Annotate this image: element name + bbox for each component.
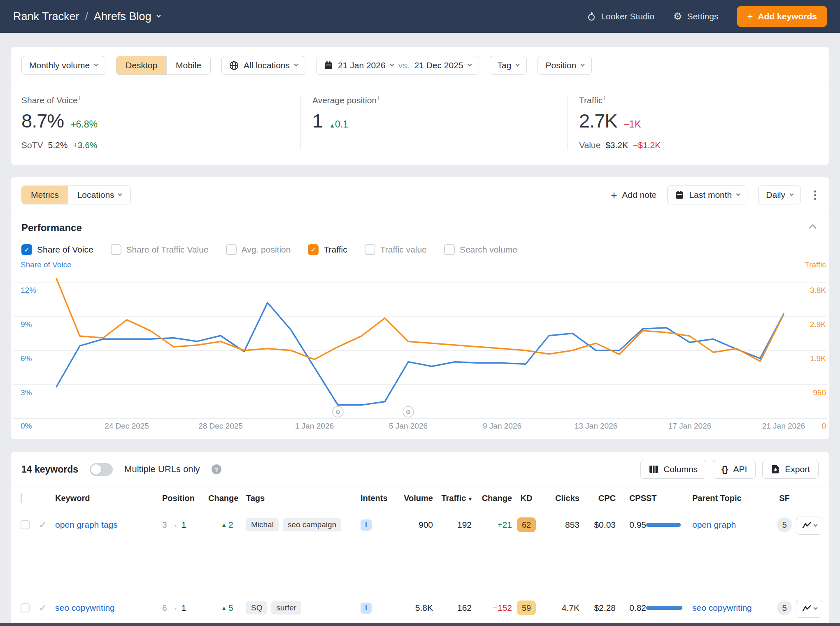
cpc-cell: $0.03 <box>579 517 616 533</box>
tag-pill[interactable]: seo campaign <box>283 518 341 531</box>
column-header-position[interactable]: Position <box>162 494 208 503</box>
serp-features-badge[interactable]: 5 <box>777 517 792 532</box>
tab-metrics[interactable]: Metrics <box>22 186 68 204</box>
volume-cell: 5.8K <box>395 600 433 616</box>
serp-features-badge[interactable]: 5 <box>777 600 792 615</box>
position-filter[interactable]: Position <box>538 56 592 75</box>
tab-locations[interactable]: Locations <box>68 186 130 204</box>
column-header-clicks[interactable]: Clicks <box>541 494 579 503</box>
metric-check-traffic-value[interactable]: Traffic value <box>365 244 427 255</box>
calendar-icon <box>324 61 333 70</box>
tag-pill[interactable]: Michal <box>246 518 279 531</box>
locations-filter[interactable]: All locations <box>221 56 305 75</box>
parent-topic-link[interactable]: open graph <box>692 520 736 530</box>
row-checkbox[interactable] <box>21 603 30 612</box>
metric-checkbox[interactable] <box>365 244 375 255</box>
metric-checkbox[interactable]: ✓ <box>308 244 319 255</box>
parent-topic-link[interactable]: seo copywriting <box>692 603 752 613</box>
keyword-link[interactable]: open graph tags <box>55 520 118 530</box>
breadcrumb-project[interactable]: Ahrefs Blog <box>94 10 151 23</box>
top-header-bar: Rank Tracker / Ahrefs Blog Looker Studio… <box>0 0 840 33</box>
column-header-change[interactable]: Change <box>208 494 246 503</box>
breadcrumb-separator: / <box>85 10 88 23</box>
x-axis-tick: 1 Jan 2026 <box>295 422 334 430</box>
column-header-traffic[interactable]: Traffic▾ <box>433 494 472 503</box>
keyword-chart-button[interactable] <box>796 517 822 535</box>
select-all-checkbox[interactable] <box>21 493 22 503</box>
locations-label: All locations <box>244 60 290 70</box>
up-triangle-icon: ▲ <box>221 522 227 528</box>
column-header-cps[interactable]: CPS <box>616 494 646 503</box>
up-triangle-icon: ▲ <box>221 605 227 611</box>
metric-check-avg-position[interactable]: Avg. position <box>226 244 291 255</box>
metric-check-label: Share of Traffic Value <box>126 245 209 255</box>
columns-button[interactable]: Columns <box>640 460 706 479</box>
series-line-traffic[interactable] <box>56 278 784 361</box>
column-header-tags[interactable]: Tags <box>246 494 361 503</box>
column-header-intents[interactable]: Intents <box>361 494 395 503</box>
metric-checkbox[interactable] <box>226 244 237 255</box>
metrics-locations-tabs: Metrics Locations <box>21 185 131 204</box>
looker-studio-link[interactable]: Looker Studio <box>587 12 654 21</box>
average-position-stat-label: Average positioni <box>312 95 556 105</box>
column-header-volume[interactable]: Volume <box>395 494 433 503</box>
device-option-desktop[interactable]: Desktop <box>116 56 166 74</box>
volume-mode-label: Monthly volume <box>29 60 90 70</box>
add-note-button[interactable]: + Add note <box>611 190 656 200</box>
metric-check-traffic[interactable]: ✓Traffic <box>308 244 347 255</box>
tag-filter[interactable]: Tag <box>490 56 527 75</box>
intent-badge[interactable]: I <box>361 519 372 531</box>
metric-check-share-of-traffic-value[interactable]: Share of Traffic Value <box>111 244 209 255</box>
multiple-urls-toggle[interactable] <box>90 463 113 476</box>
metric-checkbox[interactable] <box>444 244 455 255</box>
metric-checkbox[interactable] <box>111 244 121 255</box>
column-header-kd[interactable]: KD <box>512 494 541 503</box>
metric-check-share-of-voice[interactable]: ✓Share of Voice <box>21 244 93 255</box>
globe-icon <box>229 61 239 70</box>
settings-button[interactable]: ⚙ Settings <box>673 11 718 22</box>
series-line-share-of-voice[interactable] <box>56 303 784 405</box>
date-compare-select[interactable]: 21 Jan 2026 vs. 21 Dec 2025 <box>316 56 479 75</box>
tag-pill[interactable]: SQ <box>246 601 267 614</box>
intent-badge[interactable]: I <box>361 603 372 614</box>
info-icon[interactable]: i <box>604 95 605 101</box>
stats-row: Share of Voicei 8.7% +6.8% SoTV 5.2% +3.… <box>11 84 829 165</box>
add-keywords-button[interactable]: + Add keywords <box>737 6 827 27</box>
breadcrumb-app[interactable]: Rank Tracker <box>13 10 79 23</box>
performance-section: Performance ✓Share of VoiceShare of Traf… <box>11 213 829 257</box>
keyword-chart-button[interactable] <box>796 600 822 618</box>
column-header-keyword[interactable]: Keyword <box>55 494 162 503</box>
chevron-down-icon[interactable] <box>156 14 161 18</box>
volume-mode-select[interactable]: Monthly volume <box>21 56 105 75</box>
column-header-cpc[interactable]: CPC <box>579 494 616 503</box>
position-cell: 3→1 <box>162 517 208 533</box>
info-icon[interactable]: i <box>79 95 80 101</box>
api-button[interactable]: {} API <box>713 460 756 479</box>
column-header-st[interactable]: ST <box>646 494 692 503</box>
export-button[interactable]: Export <box>762 460 819 479</box>
traffic-stat: Traffici 2.7K −1K Value $3.2K −$1.2K <box>567 95 819 150</box>
x-axis-tick: 13 Jan 2026 <box>575 422 618 430</box>
row-checkbox[interactable] <box>21 520 30 529</box>
note-marker-icon[interactable]: ⚙ <box>333 406 343 417</box>
traffic-cell: 162 <box>433 600 472 616</box>
info-icon[interactable]: i <box>378 95 379 101</box>
metric-checkbox[interactable]: ✓ <box>21 244 32 255</box>
tag-pill[interactable]: surfer <box>271 601 301 614</box>
note-marker-icon[interactable]: ⚙ <box>403 406 414 417</box>
column-header-change[interactable]: Change <box>472 494 512 503</box>
help-icon[interactable]: ? <box>212 464 221 474</box>
braces-icon: {} <box>721 464 728 474</box>
date-range-select[interactable]: Last month <box>667 185 747 204</box>
right-axis-tick: 950 <box>813 388 826 397</box>
performance-chart[interactable]: Share of VoiceTraffic12%9%6%3%0%3.8K2.9K… <box>11 259 829 432</box>
average-position-value: 1 <box>312 109 323 132</box>
metric-check-search-volume[interactable]: Search volume <box>444 244 517 255</box>
device-option-mobile[interactable]: Mobile <box>166 56 210 74</box>
granularity-select[interactable]: Daily <box>758 185 801 204</box>
column-header-parent-topic[interactable]: Parent Topic <box>692 494 773 503</box>
keyword-link[interactable]: seo copywriting <box>55 603 115 613</box>
more-options-kebab-icon[interactable] <box>812 188 819 202</box>
column-header-sf[interactable]: SF <box>773 494 796 503</box>
tags-cell: SQsurfer <box>246 600 361 616</box>
